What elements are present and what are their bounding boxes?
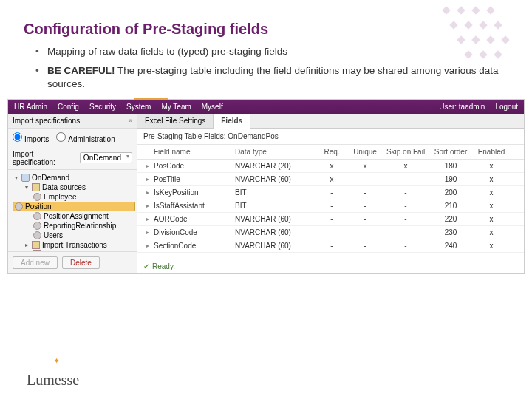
table-row[interactable]: ▸IsStaffAssistantBIT---210x [137,200,524,213]
expand-icon[interactable]: ▸ [142,242,154,249]
bullet-2: BE CAREFUL! The pre-staging table includ… [35,64,502,91]
fields-grid: Field name Data type Req. Unique Skip on… [137,145,524,259]
tree-item-employee[interactable]: Employee [13,192,135,202]
table-row[interactable]: ▸PosCodeNVARCHAR (20)xxx180x [137,160,524,173]
radio-administration[interactable]: Administration [56,132,115,143]
nav-myself[interactable]: Myself [202,103,223,111]
expand-icon[interactable]: ▸ [142,216,154,222]
status-bar: ✔ Ready. [137,259,524,273]
table-row[interactable]: ▸SectionCodeNVARCHAR (60)---240x [137,239,524,253]
tree-root[interactable]: ▾OnDemand [13,173,135,183]
bullet-1: Mapping of raw data fields to (typed) pr… [35,45,502,58]
table-row[interactable]: ▸AORCodeNVARCHAR (60)---220x [137,213,524,226]
table-row[interactable]: ▸IsKeyPositionBIT---200x [137,186,524,200]
nav-hr-admin[interactable]: HR Admin [14,103,47,111]
tree-import-transactions[interactable]: ▸Import Transactions [13,240,135,250]
table-row[interactable]: ▸PosTitleNVARCHAR (60)x--190x [137,173,524,186]
nav-my-team[interactable]: My Team [161,103,191,111]
tree-item-position[interactable]: Position [13,202,135,211]
nav-config[interactable]: Config [58,103,79,111]
nav-security[interactable]: Security [89,103,116,111]
lumesse-logo: ✦ Lumesse [27,362,79,389]
delete-button[interactable]: Delete [62,256,100,269]
collapse-icon[interactable]: « [129,117,132,124]
left-panel: Import specifications « Imports Administ… [8,114,137,273]
tree-item-users[interactable]: Users [13,231,135,240]
check-icon: ✔ [143,262,149,270]
tab-fields[interactable]: Fields [214,114,250,129]
tree-item-reportingrelationship[interactable]: ReportingRelationship [13,221,135,231]
import-spec-label: Import specification: [13,150,77,166]
left-panel-title: Import specifications [13,117,80,125]
nav-system[interactable]: System [126,103,151,111]
radio-imports[interactable]: Imports [13,132,49,143]
tab-excel-file-settings[interactable]: Excel File Settings [137,114,214,128]
tree-datasources[interactable]: ▾Data sources [13,183,135,192]
expand-icon[interactable]: ▸ [142,176,154,183]
expand-icon[interactable]: ▸ [142,163,154,169]
tree-view: ▾OnDemand ▾Data sources Employee Positio… [8,170,137,251]
tree-item-positionassignment[interactable]: PositionAssignment [13,211,135,221]
expand-icon[interactable]: ▸ [142,202,154,209]
import-spec-dropdown[interactable]: OnDemand [80,152,132,163]
expand-icon[interactable]: ▸ [142,229,154,236]
table-row[interactable]: ▸DivisionCodeNVARCHAR (60)---230x [137,226,524,239]
add-new-button[interactable]: Add new [13,256,58,269]
expand-icon[interactable]: ▸ [142,189,154,196]
